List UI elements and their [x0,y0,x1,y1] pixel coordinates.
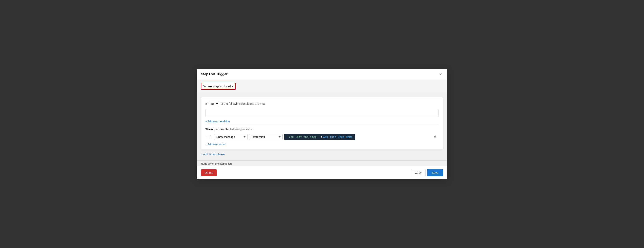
dropdown-arrow-icon: ▾ [232,85,233,88]
copy-button[interactable]: Copy [411,169,426,176]
when-bar: When step is closed ▾ [197,80,447,93]
bottom-hint: Runs when the step is left [197,160,447,166]
then-text: perform the following actions: [214,128,252,131]
expr-var-part: App Info.Step Name [323,135,352,139]
add-action-link[interactable]: + Add new action [205,143,226,146]
save-button[interactable]: Save [427,169,443,176]
expr-plus-icon: + [321,135,322,139]
modal-overlay: Step Exit Trigger × When step is closed … [0,0,644,248]
modal-header: Step Exit Trigger × [197,69,447,80]
add-condition-link[interactable]: + Add new condition [205,120,230,123]
when-highlight-box: When step is closed ▾ [201,83,236,90]
step-is-closed-dropdown[interactable]: step is closed ▾ [213,85,233,88]
add-if-then-link[interactable]: + Add if/then clause [201,152,443,156]
footer-right: Copy Save [411,169,443,176]
close-button[interactable]: × [438,72,443,77]
modal-body: If all of the following conditions are m… [197,93,447,160]
action-row: ⋮⋮ Show Message Expression 'You left the… [205,134,439,140]
delete-action-button[interactable]: 🗑 [432,134,439,140]
expression-type-select[interactable]: Expression [249,134,282,140]
when-label: When [204,84,212,88]
action-type-select[interactable]: Show Message [214,134,248,140]
if-label: If [205,102,207,105]
clause-box: If all of the following conditions are m… [201,97,443,150]
expression-display[interactable]: 'You left the step ' + App Info.Step Nam… [284,134,356,140]
step-is-closed-label: step is closed [213,85,231,88]
modal-title: Step Exit Trigger [201,72,228,76]
delete-button[interactable]: Delete [201,169,217,176]
hint-text: Runs when the step is left [201,162,232,165]
footer-left: Delete [201,169,217,176]
if-row: If all of the following conditions are m… [205,101,439,106]
condition-text: of the following conditions are met: [220,102,266,105]
expr-string-part: 'You left the step ' [287,135,320,139]
all-select[interactable]: all [209,101,219,106]
drag-handle-icon[interactable]: ⋮⋮ [205,135,212,139]
modal: Step Exit Trigger × When step is closed … [197,69,447,179]
then-row: Then perform the following actions: [205,127,439,131]
condition-empty-box [205,109,439,117]
trash-icon: 🗑 [434,135,437,139]
modal-footer: Delete Copy Save [197,166,447,179]
then-label: Then [205,127,213,131]
